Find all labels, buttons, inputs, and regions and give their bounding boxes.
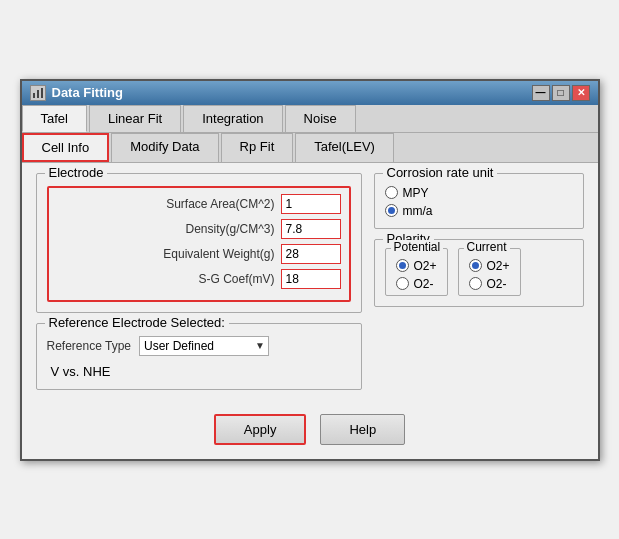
window-title: Data Fitting [52,85,124,100]
current-o2plus-row: O2+ [469,259,510,273]
ref-type-select[interactable]: User Defined NHE SCE Ag/AgCl [139,336,269,356]
potential-sub-group: Potential O2+ O2- [385,248,448,296]
potential-o2plus-radio[interactable] [396,259,409,272]
density-label: Density(g/CM^3) [145,222,275,236]
mpy-radio[interactable] [385,186,398,199]
tab-row-1: Tafel Linear Fit Integration Noise [22,105,598,133]
button-row: Apply Help [36,414,584,445]
v-nhe-text: V vs. NHE [51,364,351,379]
tab-cell-info[interactable]: Cell Info [22,133,110,162]
electrode-group: Electrode Surface Area(CM^2) Density(g/C… [36,173,362,313]
equiv-weight-row: Equivalent Weight(g) [57,244,341,264]
help-button[interactable]: Help [320,414,405,445]
density-input[interactable] [281,219,341,239]
current-o2minus-label: O2- [487,277,507,291]
equiv-weight-label: Equivalent Weight(g) [145,247,275,261]
ref-type-select-wrapper: User Defined NHE SCE Ag/AgCl ▼ [139,336,269,356]
current-o2minus-row: O2- [469,277,510,291]
title-bar-left: Data Fitting [30,85,124,101]
potential-o2minus-row: O2- [396,277,437,291]
title-bar: Data Fitting — □ ✕ [22,81,598,105]
ref-type-label: Reference Type [47,339,132,353]
current-sub-group: Current O2+ O2- [458,248,521,296]
polarity-group: Polarity Potential O2+ [374,239,584,307]
equiv-weight-input[interactable] [281,244,341,264]
electrode-group-title: Electrode [45,165,108,180]
tab-tafel[interactable]: Tafel [22,105,87,132]
app-icon [30,85,46,101]
tab-linear-fit[interactable]: Linear Fit [89,105,181,132]
tab-row-2: Cell Info Modify Data Rp Fit Tafel(LEV) [22,133,598,163]
ref-type-row: Reference Type User Defined NHE SCE Ag/A… [47,336,351,356]
minimize-button[interactable]: — [532,85,550,101]
apply-button[interactable]: Apply [214,414,307,445]
corrosion-radio-group: MPY mm/a [385,186,573,218]
sg-coef-input[interactable] [281,269,341,289]
maximize-button[interactable]: □ [552,85,570,101]
surface-area-label: Surface Area(CM^2) [145,197,275,211]
mma-radio[interactable] [385,204,398,217]
reference-group-title: Reference Electrode Selected: [45,315,229,330]
left-column: Electrode Surface Area(CM^2) Density(g/C… [36,173,362,400]
current-o2plus-radio[interactable] [469,259,482,272]
corrosion-group-title: Corrosion rate unit [383,165,498,180]
potential-o2minus-label: O2- [414,277,434,291]
svg-rect-1 [37,90,39,98]
mpy-label: MPY [403,186,429,200]
close-button[interactable]: ✕ [572,85,590,101]
potential-radio-group: O2+ O2- [396,259,437,291]
tab-integration[interactable]: Integration [183,105,282,132]
main-window: Data Fitting — □ ✕ Tafel Linear Fit Inte… [20,79,600,461]
potential-o2plus-row: O2+ [396,259,437,273]
potential-o2minus-radio[interactable] [396,277,409,290]
surface-area-input[interactable] [281,194,341,214]
svg-rect-0 [33,93,35,98]
panels-row: Electrode Surface Area(CM^2) Density(g/C… [36,173,584,400]
sg-coef-label: S-G Coef(mV) [145,272,275,286]
mpy-radio-row: MPY [385,186,573,200]
current-o2minus-radio[interactable] [469,277,482,290]
potential-label: Potential [391,240,444,254]
right-column: Corrosion rate unit MPY mm/a P [374,173,584,400]
content-area: Electrode Surface Area(CM^2) Density(g/C… [22,163,598,459]
svg-rect-2 [41,88,43,98]
current-radio-group: O2+ O2- [469,259,510,291]
mma-label: mm/a [403,204,433,218]
mma-radio-row: mm/a [385,204,573,218]
tab-modify-data[interactable]: Modify Data [111,133,218,162]
tab-tafel-lev[interactable]: Tafel(LEV) [295,133,394,162]
electrode-fields-box: Surface Area(CM^2) Density(g/CM^3) Equiv… [47,186,351,302]
title-controls: — □ ✕ [532,85,590,101]
surface-area-row: Surface Area(CM^2) [57,194,341,214]
reference-group: Reference Electrode Selected: Reference … [36,323,362,390]
potential-o2plus-label: O2+ [414,259,437,273]
density-row: Density(g/CM^3) [57,219,341,239]
tab-rp-fit[interactable]: Rp Fit [221,133,294,162]
current-o2plus-label: O2+ [487,259,510,273]
sg-coef-row: S-G Coef(mV) [57,269,341,289]
corrosion-group: Corrosion rate unit MPY mm/a [374,173,584,229]
current-label: Current [464,240,510,254]
tab-noise[interactable]: Noise [285,105,356,132]
polarity-inner: Potential O2+ O2- [385,248,573,296]
